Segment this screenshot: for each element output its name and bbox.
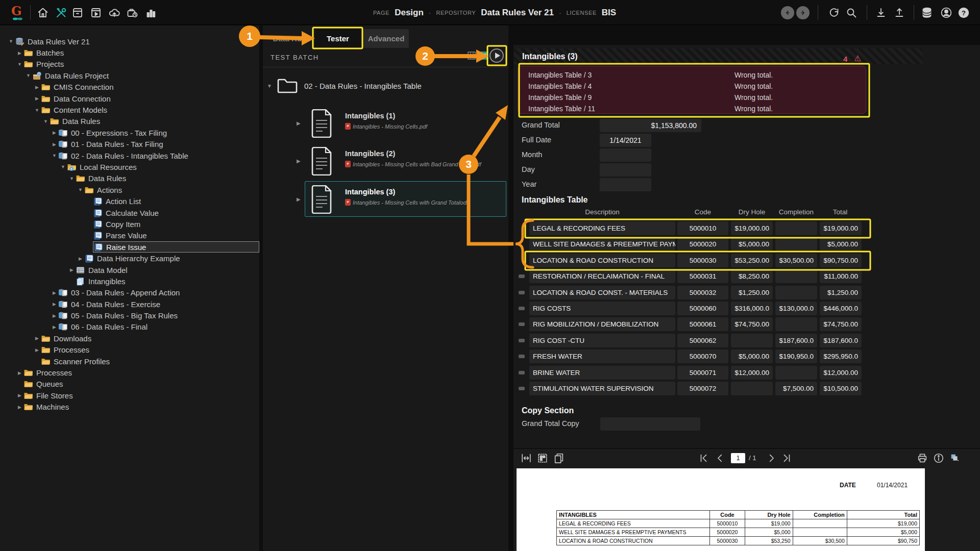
cell-description[interactable]: RIG COSTS — [529, 302, 675, 315]
download-button[interactable] — [875, 7, 887, 19]
tree-item-raise-issue[interactable]: Raise Issue — [0, 241, 259, 253]
tree-item-action-list[interactable]: Action List — [0, 195, 259, 207]
table-row[interactable]: RESTORATION / RECLAIMATION - FINAL500003… — [513, 269, 871, 283]
tree-item-04-data-rules-exercise[interactable]: ▶04 - Data Rules - Exercise — [0, 298, 259, 310]
tree-item-processes[interactable]: ▶Processes — [0, 367, 259, 378]
tree-item-data-rules-project[interactable]: ▼Data Rules Project — [0, 70, 259, 81]
chevron-right-icon[interactable]: ▶ — [51, 130, 58, 135]
stats-button[interactable] — [145, 7, 157, 19]
help-button[interactable]: ? — [958, 7, 970, 19]
prev-page-button[interactable] — [715, 453, 726, 464]
issue-row[interactable]: Intangibles Table / 9 Wrong total. — [518, 92, 866, 103]
tab-data-rule[interactable]: Data Rule — [269, 29, 312, 48]
cell-code[interactable]: 5000072 — [677, 382, 728, 395]
chevron-down-icon[interactable]: ▼ — [51, 153, 58, 158]
row-handle-icon[interactable] — [519, 307, 525, 310]
chevron-right-icon[interactable]: ▶ — [16, 370, 23, 375]
cell-total[interactable]: $5,000.00 — [820, 237, 862, 251]
cell-code[interactable]: 5000071 — [677, 366, 728, 380]
cell-description[interactable]: RIG COST -CTU — [529, 334, 675, 347]
database-button[interactable] — [921, 7, 933, 19]
row-handle-icon[interactable] — [519, 291, 525, 294]
tree-item-cmis-connection[interactable]: ▶CMIS Connection — [0, 82, 259, 93]
table-row[interactable]: BRINE WATER5000071$12,000.00$12,000.00 — [513, 366, 871, 380]
chevron-right-icon[interactable]: ▶ — [68, 267, 76, 272]
cell-total[interactable]: $11,000.00 — [820, 269, 862, 283]
tree-item-data-hierarchy-example[interactable]: ▶Data Hierarchy Example — [0, 253, 259, 264]
cell-code[interactable]: 5000061 — [677, 317, 728, 331]
cell-dry_hole[interactable]: $12,000.00 — [731, 366, 773, 380]
cell-dry_hole[interactable]: $316,000.0 — [731, 302, 773, 315]
chevron-down-icon[interactable]: ▼ — [42, 119, 50, 124]
cell-dry_hole[interactable]: $19,000.00 — [731, 221, 773, 235]
document-item-3[interactable]: ▶Intangibles (3)PIntangibles - Missing C… — [263, 183, 508, 219]
design-tools-button[interactable] — [55, 7, 67, 19]
pages-button[interactable] — [553, 453, 565, 464]
test-play-button[interactable] — [489, 48, 504, 63]
chevron-right-icon[interactable]: ▶ — [33, 96, 41, 101]
search-button[interactable] — [845, 7, 857, 19]
table-row[interactable]: LOCATION & ROAD CONSTRUCTION5000030$53,2… — [513, 254, 871, 267]
tree-item-content-models[interactable]: ▼Content Models — [0, 104, 259, 115]
chevron-right-icon[interactable]: ▶ — [51, 313, 58, 318]
table-row[interactable]: STIMULATION WATER SUPERVISION5000072$7,5… — [513, 382, 871, 395]
table-row[interactable]: WELL SITE DAMAGES & PREEMPTIVE PAYMENTS5… — [513, 237, 871, 251]
chevron-right-icon[interactable]: ▶ — [33, 336, 41, 341]
batches-archive-button[interactable] — [71, 7, 84, 19]
cell-dry_hole[interactable]: $5,000.00 — [731, 349, 773, 363]
table-row[interactable]: FRESH WATER5000070$5,000.00$190,950.0$29… — [513, 349, 871, 363]
layers-button[interactable] — [949, 453, 961, 464]
grand-total-copy-input[interactable] — [600, 417, 700, 431]
cell-description[interactable]: FRESH WATER — [529, 349, 675, 363]
chevron-right-icon[interactable]: ▶ — [51, 290, 58, 295]
batch-folder-row[interactable]: ▼ 02 - Data Rules - Intangibles Table — [263, 77, 422, 95]
cell-completion[interactable]: $187,600.0 — [775, 334, 817, 347]
cell-completion[interactable]: $30,500.00 — [775, 254, 817, 267]
cell-description[interactable]: WELL SITE DAMAGES & PREEMPTIVE PAYMENTS — [529, 237, 675, 251]
document-item-1[interactable]: ▶Intangibles (1)PIntangibles - Missing C… — [263, 107, 508, 143]
last-page-button[interactable] — [781, 453, 792, 464]
tab-advanced[interactable]: Advanced — [363, 29, 409, 48]
tree-item-batches[interactable]: ▶Batches — [0, 47, 259, 58]
table-row[interactable]: RIG COSTS5000060$316,000.0$130,000.0$446… — [513, 302, 871, 315]
chevron-down-icon[interactable]: ▼ — [24, 73, 32, 78]
page-number-input[interactable]: 1 — [731, 453, 745, 463]
cell-description[interactable]: BRINE WATER — [529, 366, 675, 380]
cell-total[interactable]: $187,600.0 — [820, 334, 862, 347]
tree-item-copy-item[interactable]: Copy Item — [0, 218, 259, 230]
cell-completion[interactable] — [775, 237, 817, 251]
issue-row[interactable]: Intangibles Table / 4 Wrong total. — [518, 81, 866, 92]
cell-description[interactable]: STIMULATION WATER SUPERVISION — [529, 382, 675, 395]
chevron-right-icon[interactable]: ▶ — [33, 85, 41, 90]
month-input[interactable] — [600, 148, 651, 162]
cell-total[interactable]: $446,000.0 — [820, 302, 862, 315]
batch-process-button[interactable] — [90, 7, 102, 19]
tree-item-downloads[interactable]: ▶Downloads — [0, 333, 259, 344]
cell-code[interactable]: 5000060 — [677, 302, 728, 315]
cell-dry_hole[interactable] — [731, 334, 773, 347]
tree-item-machines[interactable]: ▶Machines — [0, 402, 259, 413]
tree-item-data-rules-ver-21[interactable]: ▼Data Rules Ver 21 — [0, 36, 259, 47]
cell-code[interactable]: 5000070 — [677, 349, 728, 363]
chevron-right-icon[interactable]: ▶ — [16, 51, 23, 56]
tree-item-02-data-rules-intangibles-table[interactable]: ▼02 - Data Rules - Intangibles Table — [0, 150, 259, 161]
cell-description[interactable]: RESTORATION / RECLAIMATION - FINAL — [529, 269, 675, 283]
back-button[interactable] — [781, 6, 794, 19]
chevron-right-icon[interactable]: ▶ — [51, 142, 58, 147]
tree-item-actions[interactable]: ▼Actions — [0, 184, 259, 195]
chevron-down-icon[interactable]: ▼ — [68, 176, 76, 181]
cell-code[interactable]: 5000030 — [677, 254, 728, 267]
row-handle-icon[interactable] — [519, 339, 525, 342]
cell-code[interactable]: 5000031 — [677, 269, 728, 283]
row-handle-icon[interactable] — [519, 322, 525, 326]
document-page[interactable]: DATE 01/14/2021 INTANGIBLESCodeDry HoleC… — [517, 468, 925, 551]
user-button[interactable] — [940, 7, 952, 19]
year-input[interactable] — [600, 178, 651, 191]
tree-item-06-data-rules-final[interactable]: ▶06 - Data Rules - Final — [0, 321, 259, 333]
table-row[interactable]: RIG COST -CTU5000062$187,600.0$187,600.0 — [513, 334, 871, 347]
cell-dry_hole[interactable]: $5,000.00 — [731, 237, 773, 251]
grand-total-input[interactable]: $1,153,800.00 — [600, 119, 701, 132]
info-button[interactable] — [933, 453, 944, 464]
cell-total[interactable]: $10,500.00 — [820, 382, 862, 395]
chevron-right-icon[interactable]: ▶ — [297, 120, 301, 126]
